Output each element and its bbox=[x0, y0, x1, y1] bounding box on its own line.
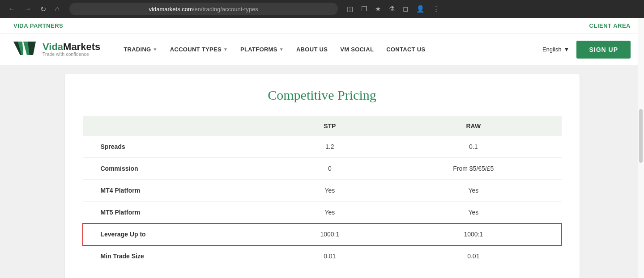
col-raw-header: RAW bbox=[385, 116, 561, 136]
nav-account-types[interactable]: ACCOUNT TYPES ▼ bbox=[165, 42, 233, 56]
table-row: Min Trade Size 0.01 0.01 bbox=[83, 245, 562, 267]
page-content: Competitive Pricing STP RAW Spreads 1.2 … bbox=[0, 65, 644, 278]
nav-contact-us[interactable]: CONTACT US bbox=[381, 42, 431, 56]
screenshot-button[interactable]: ❐ bbox=[359, 3, 369, 15]
table-row: Commission 0 From $5/€5/£5 bbox=[83, 158, 562, 180]
lang-chevron-icon: ▼ bbox=[564, 46, 570, 53]
nav-about-us[interactable]: ABOUT US bbox=[291, 42, 333, 56]
client-area-link[interactable]: CLIENT AREA bbox=[589, 22, 631, 29]
raw-cell: Yes bbox=[385, 180, 561, 202]
stp-cell: 1.2 bbox=[274, 136, 386, 158]
content-card: Competitive Pricing STP RAW Spreads 1.2 … bbox=[65, 74, 580, 278]
raw-cell: From $5/€5/£5 bbox=[385, 158, 561, 180]
home-button[interactable]: ⌂ bbox=[52, 3, 62, 15]
refresh-button[interactable]: ↻ bbox=[38, 3, 49, 15]
col-feature-header bbox=[83, 116, 274, 136]
stp-cell: 0.01 bbox=[274, 245, 386, 267]
section-title: Competitive Pricing bbox=[83, 88, 562, 103]
logo-icon bbox=[13, 39, 38, 59]
stp-cell: Yes bbox=[274, 180, 386, 202]
cast-button[interactable]: ◫ bbox=[345, 3, 355, 15]
bookmark-button[interactable]: ★ bbox=[373, 3, 383, 15]
scrollbar[interactable] bbox=[638, 18, 644, 278]
logo[interactable]: VidaMarkets Trade with confidence bbox=[13, 39, 100, 59]
feature-cell: MT5 Platform bbox=[83, 202, 274, 223]
raw-cell: 0.01 bbox=[385, 245, 561, 267]
feature-cell: Spreads bbox=[83, 136, 274, 158]
url-domain: vidamarkets.com bbox=[149, 6, 193, 13]
pricing-table: STP RAW Spreads 1.2 0.1 Commission 0 Fro… bbox=[83, 116, 562, 267]
table-row: Leverage Up to 1000:1 1000:1 bbox=[83, 223, 562, 245]
table-header-row: STP RAW bbox=[83, 116, 562, 136]
forward-button[interactable]: → bbox=[21, 3, 34, 15]
scrollbar-thumb[interactable] bbox=[639, 109, 643, 163]
raw-cell: 0.1 bbox=[385, 136, 561, 158]
table-row: Spreads 1.2 0.1 bbox=[83, 136, 562, 158]
language-label: English bbox=[542, 46, 562, 53]
top-bar: VIDA PARTNERS CLIENT AREA bbox=[0, 18, 644, 34]
back-button[interactable]: ← bbox=[5, 3, 18, 15]
logo-vida: Vida bbox=[43, 41, 63, 52]
stp-cell: Yes bbox=[274, 202, 386, 223]
url-path: /en/trading/account-types bbox=[193, 6, 258, 13]
browser-actions: ◫ ❐ ★ ⚗ ◻ 👤 ⋮ bbox=[345, 3, 441, 15]
logo-text-main: VidaMarkets bbox=[43, 42, 100, 52]
nav-trading[interactable]: TRADING ▼ bbox=[118, 42, 163, 56]
browser-chrome: ← → ↻ ⌂ vidamarkets.com/en/trading/accou… bbox=[0, 0, 644, 18]
nav-vm-social[interactable]: VM SOCIAL bbox=[335, 42, 379, 56]
feature-cell: Min Trade Size bbox=[83, 245, 274, 267]
address-bar[interactable]: vidamarkets.com/en/trading/account-types bbox=[69, 3, 338, 15]
signup-button[interactable]: SIGN UP bbox=[576, 41, 631, 59]
nav-right: English ▼ SIGN UP bbox=[542, 41, 631, 59]
chevron-down-icon: ▼ bbox=[223, 47, 228, 52]
chevron-down-icon: ▼ bbox=[153, 47, 158, 52]
stp-cell: 1000:1 bbox=[274, 223, 386, 245]
logo-tagline: Trade with confidence bbox=[43, 52, 100, 57]
col-stp-header: STP bbox=[274, 116, 386, 136]
extensions-button[interactable]: ⚗ bbox=[387, 3, 397, 15]
nav-platforms[interactable]: PLATFORMS ▼ bbox=[235, 42, 289, 56]
feature-cell: Leverage Up to bbox=[83, 223, 274, 245]
menu-button[interactable]: ⋮ bbox=[431, 3, 441, 15]
feature-cell: Commission bbox=[83, 158, 274, 180]
raw-cell: 1000:1 bbox=[385, 223, 561, 245]
stp-cell: 0 bbox=[274, 158, 386, 180]
vida-partners-link[interactable]: VIDA PARTNERS bbox=[13, 22, 63, 29]
logo-text-area: VidaMarkets Trade with confidence bbox=[43, 42, 100, 57]
main-nav: VidaMarkets Trade with confidence TRADIN… bbox=[0, 34, 644, 65]
table-row: MT5 Platform Yes Yes bbox=[83, 202, 562, 223]
window-button[interactable]: ◻ bbox=[401, 3, 410, 15]
chevron-down-icon: ▼ bbox=[279, 47, 284, 52]
language-selector[interactable]: English ▼ bbox=[542, 46, 570, 53]
logo-markets: Markets bbox=[63, 41, 100, 52]
profile-button[interactable]: 👤 bbox=[414, 3, 426, 15]
feature-cell: MT4 Platform bbox=[83, 180, 274, 202]
table-row: MT4 Platform Yes Yes bbox=[83, 180, 562, 202]
nav-links: TRADING ▼ ACCOUNT TYPES ▼ PLATFORMS ▼ AB… bbox=[118, 42, 542, 56]
raw-cell: Yes bbox=[385, 202, 561, 223]
